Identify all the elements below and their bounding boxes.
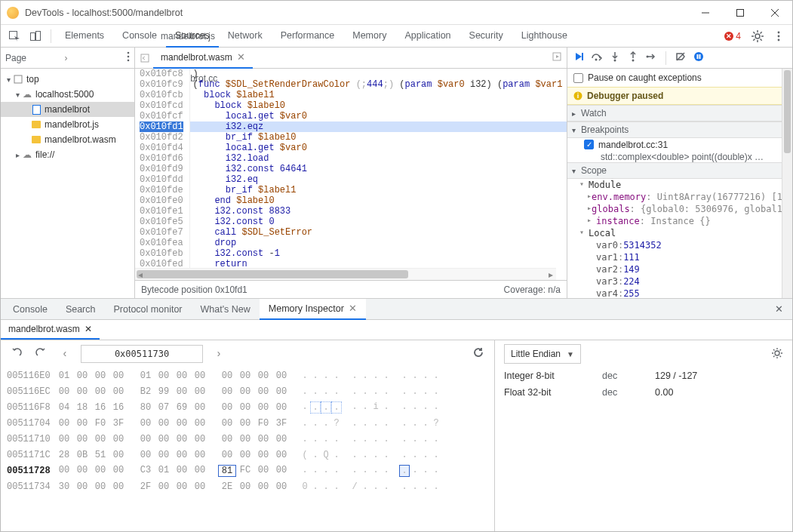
drawer-close-button[interactable]: ✕ [768,303,789,315]
memory-byte[interactable]: 00 [272,402,290,413]
memory-ascii[interactable]: . [410,401,420,414]
memory-address-input[interactable] [81,345,203,363]
memory-byte[interactable]: 00 [191,418,209,429]
memory-byte[interactable]: 00 [55,418,73,429]
memory-ascii[interactable]: . [321,481,331,492]
memory-byte[interactable]: 00 [254,371,272,381]
checkbox-checked[interactable]: ✓ [584,140,594,149]
tree-item-mandelbrot[interactable]: mandelbrot [1,102,134,117]
gutter-address[interactable]: 0x010fcb [140,90,183,100]
code-line[interactable]: end $label0 [190,195,567,206]
memory-byte[interactable]: 01 [55,371,73,381]
tree-item-mandelbrot-js[interactable]: mandelbrot.js [1,117,134,132]
memory-byte[interactable]: 00 [155,481,173,492]
memory-byte[interactable]: 00 [73,386,91,397]
memory-byte[interactable]: 00 [91,386,109,397]
memory-byte[interactable]: 00 [91,434,109,444]
file-tab[interactable]: mandelbrot.wasm✕ [153,48,253,69]
file-tab[interactable]: mandelbrot.js [153,26,253,48]
memory-row[interactable]: 0051171C280B51000000000000000000(.Q.....… [1,447,494,463]
more-menu-icon[interactable] [770,27,788,45]
code-line[interactable]: i32.const 64641 [190,164,567,174]
endian-select[interactable]: Little Endian ▼ [504,344,581,364]
scrollbar-thumb[interactable] [784,70,791,153]
memory-byte[interactable]: 00 [109,434,128,444]
memory-byte[interactable]: 69 [173,402,191,413]
memory-ascii[interactable]: . [410,450,420,460]
memory-row[interactable]: 00511710000000000000000000000000........… [1,431,494,447]
memory-ascii[interactable]: . [300,465,310,477]
scope-module-item[interactable]: ▸instance: Instance {} [567,215,792,227]
memory-ascii[interactable]: . [399,386,410,397]
memory-byte[interactable]: 00 [109,481,128,492]
memory-byte[interactable]: 01 [155,465,173,477]
gutter-address[interactable]: 0x010feb [140,248,183,259]
memory-byte[interactable]: 00 [109,450,128,460]
tree-top[interactable]: ▾ top [1,72,134,87]
memory-ascii[interactable]: . [310,386,321,397]
memory-byte[interactable]: 00 [191,450,209,460]
memory-ascii[interactable]: . [321,465,331,477]
memory-ascii[interactable]: . [300,418,310,429]
memory-byte[interactable]: 00 [173,418,191,429]
memory-byte[interactable]: 00 [272,386,290,397]
memory-row[interactable]: 0051172800000000C301000081FC0000........… [1,463,494,478]
code-lines[interactable]: )(func $SDL_SetRenderDrawColor (;444;) (… [190,69,567,268]
pause-on-caught-exceptions[interactable]: Pause on caught exceptions [567,69,792,87]
gutter-address[interactable]: 0x010fc8 [140,69,183,79]
memory-ascii[interactable]: . [431,450,441,460]
memory-ascii[interactable]: . [331,371,342,381]
memory-byte[interactable]: 00 [218,371,236,381]
memory-ascii[interactable]: . [331,481,342,492]
drawer-tab[interactable]: What's New [192,299,260,320]
memory-byte[interactable]: 81 [218,465,236,477]
memory-byte[interactable]: 16 [91,402,109,413]
memory-ascii[interactable]: . [370,450,381,460]
code-line[interactable]: br_if $label0 [190,132,567,143]
memory-ascii[interactable]: . [349,418,360,429]
code-line[interactable]: block $label0 [190,100,567,111]
gutter-address[interactable]: 0x010fe0 [140,195,183,206]
scope-local-item[interactable]: var0: 5314352 [567,239,792,251]
step-into-icon[interactable] [607,51,623,64]
scrollbar-arrow-right[interactable]: ▸ [545,269,557,280]
scope-local-item[interactable]: var4: 255 [567,288,792,298]
navigator-tab-page[interactable]: Page [5,53,65,63]
memory-ascii[interactable]: . [410,465,420,477]
code-line[interactable]: ) [190,69,567,79]
memory-byte[interactable]: 00 [155,371,173,381]
memory-grid[interactable]: 005116E0010000000100000000000000........… [1,367,494,494]
step-out-icon[interactable] [625,51,641,64]
memory-byte[interactable]: 00 [236,418,254,429]
checkbox-unchecked[interactable] [573,73,583,83]
section-watch[interactable]: ▸Watch [567,105,792,121]
memory-ascii[interactable]: . [349,401,360,414]
memory-ascii[interactable]: . [410,481,420,492]
tree-file-scheme[interactable]: ▸ file:// [1,147,134,162]
memory-ascii[interactable]: . [300,371,310,381]
code-line[interactable]: i32.load [190,153,567,164]
step-icon[interactable] [643,51,659,64]
memory-byte[interactable]: 00 [173,386,191,397]
memory-ascii[interactable]: . [310,450,321,460]
memory-byte[interactable]: 00 [254,481,272,492]
memory-byte[interactable]: 00 [173,434,191,444]
memory-byte[interactable]: 00 [272,434,290,444]
memory-ascii[interactable]: . [300,386,310,397]
memory-byte[interactable]: 00 [155,450,173,460]
memory-ascii[interactable]: . [431,371,441,381]
gutter-address[interactable]: 0x010fd2 [140,132,183,143]
deactivate-breakpoints-icon[interactable] [672,51,689,64]
panel-tab-application[interactable]: Application [395,25,460,48]
memory-ascii[interactable]: . [381,401,392,414]
memory-byte[interactable]: 00 [191,386,209,397]
memory-ascii[interactable]: . [420,418,431,429]
memory-ascii[interactable]: . [331,434,342,444]
memory-byte[interactable]: 00 [55,465,73,477]
memory-ascii[interactable]: . [399,450,410,460]
memory-ascii[interactable]: . [310,465,321,477]
scrollbar-arrow-left[interactable]: ◂ [134,269,146,280]
memory-ascii[interactable]: . [321,418,331,429]
gutter-address[interactable]: 0x010fea [140,238,183,248]
memory-ascii[interactable]: . [370,371,381,381]
